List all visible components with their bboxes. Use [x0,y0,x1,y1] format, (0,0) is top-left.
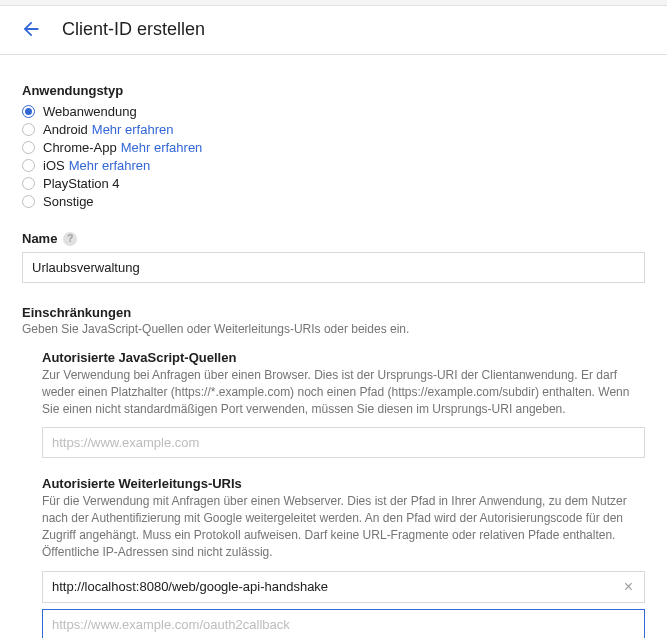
radio-webanwendung[interactable]: Webanwendung [22,104,645,119]
radio-label: Chrome-App [43,140,117,155]
learn-more-link[interactable]: Mehr erfahren [92,122,174,137]
restrictions-title: Einschränkungen [22,305,645,320]
name-label-row: Name ? [22,231,645,246]
radio-label: Android [43,122,88,137]
js-origins-block: Autorisierte JavaScript-Quellen Zur Verw… [42,350,645,458]
radio-label: Webanwendung [43,104,137,119]
radio-chrome-app[interactable]: Chrome-App Mehr erfahren [22,140,645,155]
restrictions-help: Geben Sie JavaScript-Quellen oder Weiter… [22,322,645,336]
page-title: Client-ID erstellen [62,19,205,40]
radio-icon [22,141,35,154]
app-type-radio-group: Webanwendung Android Mehr erfahren Chrom… [22,104,645,209]
redirect-uris-help: Für die Verwendung mit Anfragen über ein… [42,493,645,560]
radio-icon [22,159,35,172]
radio-sonstige[interactable]: Sonstige [22,194,645,209]
help-icon[interactable]: ? [63,232,77,246]
radio-label: PlayStation 4 [43,176,120,191]
radio-icon [22,105,35,118]
redirect-uri-entry: http://localhost:8080/web/google-api-han… [42,571,645,603]
learn-more-link[interactable]: Mehr erfahren [69,158,151,173]
redirect-uris-block: Autorisierte Weiterleitungs-URIs Für die… [42,476,645,638]
radio-label: iOS [43,158,65,173]
radio-playstation4[interactable]: PlayStation 4 [22,176,645,191]
radio-ios[interactable]: iOS Mehr erfahren [22,158,645,173]
redirect-uris-input[interactable] [42,609,645,638]
name-input[interactable] [22,252,645,283]
header: Client-ID erstellen [0,6,667,55]
radio-icon [22,177,35,190]
redirect-uris-title: Autorisierte Weiterleitungs-URIs [42,476,645,491]
js-origins-title: Autorisierte JavaScript-Quellen [42,350,645,365]
close-icon[interactable]: × [622,579,635,595]
radio-android[interactable]: Android Mehr erfahren [22,122,645,137]
content: Anwendungstyp Webanwendung Android Mehr … [0,55,667,638]
app-type-label: Anwendungstyp [22,83,645,98]
radio-icon [22,195,35,208]
redirect-uri-value: http://localhost:8080/web/google-api-han… [52,579,622,594]
radio-label: Sonstige [43,194,94,209]
js-origins-help: Zur Verwendung bei Anfragen über einen B… [42,367,645,417]
learn-more-link[interactable]: Mehr erfahren [121,140,203,155]
name-label: Name [22,231,57,246]
js-origins-input[interactable] [42,427,645,458]
back-arrow-icon[interactable] [20,18,42,40]
radio-icon [22,123,35,136]
